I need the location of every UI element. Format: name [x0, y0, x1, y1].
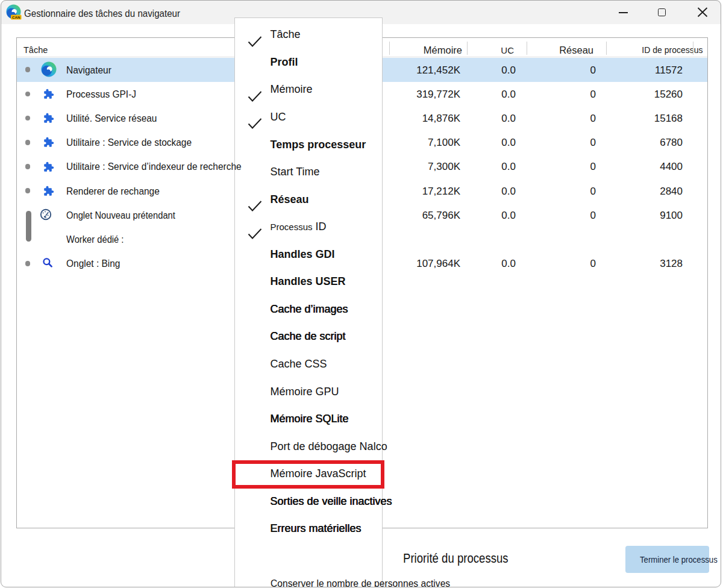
- svg-text:CAN: CAN: [11, 15, 20, 19]
